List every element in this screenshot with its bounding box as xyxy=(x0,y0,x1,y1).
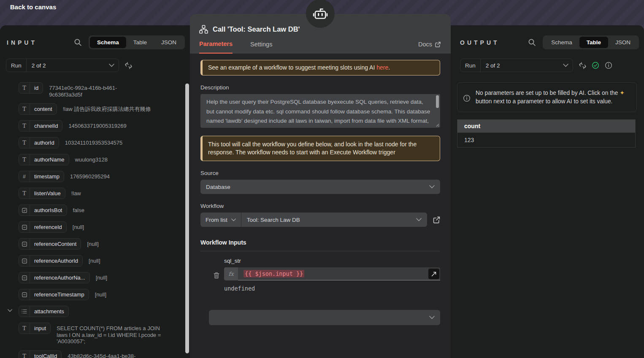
schema-field-row[interactable]: TauthorNamewuulong3128 xyxy=(8,154,190,165)
field-pill[interactable]: referenceAuthorId xyxy=(19,255,83,266)
here-link[interactable]: here xyxy=(376,64,388,71)
string-type-icon: T xyxy=(19,121,30,131)
field-pill[interactable]: attachments xyxy=(19,306,69,317)
textarea-resize-handle[interactable] xyxy=(436,123,439,127)
schema-field-row[interactable]: attachments xyxy=(8,306,190,317)
field-pill[interactable]: Tid xyxy=(19,82,43,94)
field-pill[interactable]: TauthorId xyxy=(19,137,59,148)
field-pill[interactable]: authorIsBot xyxy=(19,205,67,216)
field-pill[interactable]: referenceTimestamp xyxy=(19,289,89,300)
tab-table[interactable]: Table xyxy=(126,37,154,48)
tab-json[interactable]: JSON xyxy=(154,37,184,48)
schema-field-row[interactable]: TtoolCallId43b82d6c-345d-4aa1-be38- xyxy=(8,350,190,358)
input-display-mode-tabs: Schema Table JSON xyxy=(89,35,185,49)
tab-settings[interactable]: Settings xyxy=(250,41,272,53)
textarea-scrollbar[interactable] xyxy=(436,95,439,108)
schema-field-row[interactable]: referenceAuthorNa...[null] xyxy=(8,272,190,283)
tab-parameters[interactable]: Parameters xyxy=(199,40,233,54)
field-pill[interactable]: TauthorName xyxy=(19,154,69,165)
schema-field-row[interactable]: TchannelId1450633719005319269 xyxy=(8,120,190,132)
tab-json[interactable]: JSON xyxy=(608,37,638,48)
field-value: !law 請告訴我政府採購法總共有幾條 xyxy=(63,103,151,113)
divider xyxy=(200,251,440,251)
add-option-select[interactable] xyxy=(209,310,440,325)
node-title[interactable]: Call 'Tool: Search Law DB' xyxy=(213,25,300,33)
chevron-down-icon xyxy=(429,316,435,319)
search-icon[interactable] xyxy=(74,38,82,46)
schema-field-row[interactable]: Tcontent!law 請告訴我政府採購法總共有幾條 xyxy=(8,103,190,115)
output-run-selector[interactable]: Run 2 of 2 xyxy=(460,59,573,72)
field-name: attachments xyxy=(30,306,68,317)
schema-field-row[interactable]: referenceId[null] xyxy=(8,221,190,233)
unlink-runs-icon[interactable] xyxy=(125,62,132,69)
input-name: sql_str xyxy=(224,258,440,264)
schema-field-row[interactable]: referenceContent[null] xyxy=(8,238,190,250)
field-name: toolCallId xyxy=(30,351,61,358)
node-bubble xyxy=(306,0,335,28)
schema-field-row[interactable]: TlistenValue!law xyxy=(8,188,190,199)
string-type-icon: T xyxy=(19,104,30,114)
source-select[interactable]: Database xyxy=(200,180,440,194)
success-check-icon[interactable] xyxy=(592,62,599,69)
string-type-icon: T xyxy=(19,188,30,199)
output-table: count123 xyxy=(457,119,636,148)
tab-schema[interactable]: Schema xyxy=(90,37,126,48)
ai-parameters-notice: No parameters are set up to be filled by… xyxy=(457,82,637,112)
field-pill[interactable]: referenceAuthorNa... xyxy=(19,272,90,283)
workflow-mode-select[interactable]: From list xyxy=(200,213,241,227)
robot-icon xyxy=(313,6,328,21)
string-type-icon: T xyxy=(19,137,30,148)
expand-expression-icon[interactable] xyxy=(428,269,439,279)
null-type-icon xyxy=(19,256,30,266)
run-value: 2 of 2 xyxy=(27,62,109,69)
field-value: 1450633719005319269 xyxy=(68,120,126,129)
field-pill[interactable]: Tcontent xyxy=(19,103,57,115)
field-pill[interactable]: TlistenValue xyxy=(19,188,65,199)
string-type-icon: T xyxy=(19,83,30,93)
expression-input[interactable]: {{ $json.input }} xyxy=(238,267,440,280)
schema-field-row[interactable]: Tid77341e0c-992a-416b-b461-9c636f3a3d5f xyxy=(8,82,190,98)
chevron-down-icon xyxy=(429,185,435,188)
tab-schema[interactable]: Schema xyxy=(544,37,579,48)
field-name: referenceId xyxy=(30,222,66,232)
workflow-input-item: sql_str fx {{ $json.input }} undefined xyxy=(200,258,440,292)
chevron-down-icon[interactable] xyxy=(8,306,19,312)
boolean-type-icon xyxy=(19,205,30,215)
number-type-icon: # xyxy=(19,171,30,182)
schema-field-row[interactable]: TinputSELECT COUNT(*) FROM articles a JO… xyxy=(8,323,190,345)
input-run-selector[interactable]: Run 2 of 2 xyxy=(6,59,119,72)
docs-link[interactable]: Docs xyxy=(418,41,441,53)
search-icon[interactable] xyxy=(528,38,536,46)
input-scrollbar[interactable] xyxy=(185,83,189,353)
schema-field-row[interactable]: referenceTimestamp[null] xyxy=(8,289,190,300)
field-pill[interactable]: TtoolCallId xyxy=(19,350,62,358)
chevron-spacer xyxy=(8,289,19,292)
chevron-spacer xyxy=(8,103,19,107)
schema-field-row[interactable]: TauthorId1032411019353534575 xyxy=(8,137,190,148)
field-pill[interactable]: referenceId xyxy=(19,221,67,233)
workflow-label: Workflow xyxy=(200,203,440,209)
field-name: referenceAuthorNa... xyxy=(30,272,89,283)
trash-icon[interactable] xyxy=(212,258,221,292)
field-name: referenceContent xyxy=(30,239,81,249)
chevron-spacer xyxy=(8,171,19,174)
field-pill[interactable]: #timestamp xyxy=(19,171,64,182)
field-name: authorName xyxy=(30,154,69,165)
field-pill[interactable]: TchannelId xyxy=(19,120,62,132)
unlink-runs-icon[interactable] xyxy=(579,62,586,69)
string-type-icon: T xyxy=(19,351,30,358)
output-display-mode-tabs: Schema Table JSON xyxy=(543,35,639,49)
node-detail-view: Back to canvas INPUT Schema Table JSON R… xyxy=(0,0,644,358)
tool-behavior-callout: This tool will call the workflow you def… xyxy=(200,136,440,161)
workflow-select[interactable]: Tool: Search Law DB xyxy=(241,213,427,227)
schema-field-row[interactable]: authorIsBotfalse xyxy=(8,205,190,216)
schema-field-row[interactable]: referenceAuthorId[null] xyxy=(8,255,190,266)
description-textarea[interactable]: Help the user query their PostgreSQL dat… xyxy=(200,94,440,128)
open-workflow-icon[interactable] xyxy=(433,216,440,223)
schema-field-row[interactable]: #timestamp1765960295294 xyxy=(8,171,190,182)
field-pill[interactable]: Tinput xyxy=(19,323,51,334)
back-to-canvas-button[interactable]: Back to canvas xyxy=(10,3,56,11)
tab-table[interactable]: Table xyxy=(579,37,608,48)
field-pill[interactable]: referenceContent xyxy=(19,238,81,250)
expression-result: undefined xyxy=(224,285,440,292)
